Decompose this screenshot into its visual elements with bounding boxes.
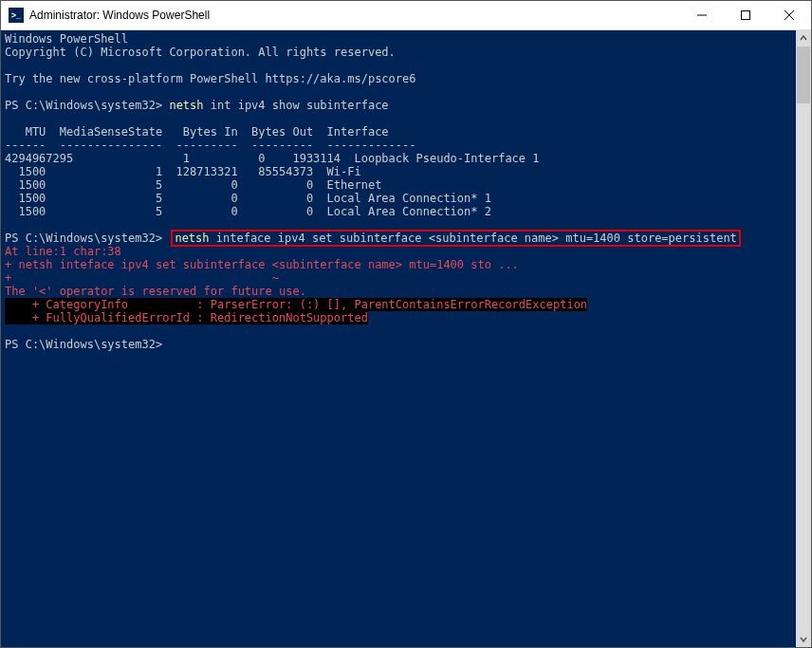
highlighted-command: netsh inteface ipv4 set subinterface <su… [171, 230, 740, 247]
svg-rect-1 [742, 11, 750, 20]
window-title: Administrator: Windows PowerShell [29, 9, 210, 22]
error-line-5: + CategoryInfo : ParserError: (:) [], Pa… [5, 298, 587, 311]
prompt-3: PS C:\Windows\system32> [5, 338, 162, 351]
titlebar[interactable]: >_ Administrator: Windows PowerShell [1, 1, 811, 30]
chevron-up-icon [800, 34, 807, 42]
scrollbar-thumb[interactable] [797, 46, 810, 103]
cmd2-args-c: mtu=1400 store=persistent [559, 231, 737, 245]
maximize-icon [741, 10, 750, 20]
cmd1-args: int ipv4 show subinterface [204, 99, 389, 112]
intro-line-2: Copyright (C) Microsoft Corporation. All… [5, 46, 396, 59]
table-divider: ------ --------------- --------- -------… [5, 139, 415, 152]
table-row: 1500 5 0 0 Local Area Connection* 1 [5, 192, 491, 205]
table-row: 4294967295 1 0 1933114 Loopback Pseudo-I… [5, 152, 540, 165]
error-line-3: + ~ [5, 271, 279, 285]
minimize-icon [697, 10, 707, 20]
vertical-scrollbar[interactable] [796, 30, 811, 647]
cmd2-exe: netsh [175, 231, 209, 245]
table-row: 1500 1 128713321 85554373 Wi-Fi [5, 165, 361, 178]
scroll-down-button[interactable] [796, 632, 811, 647]
terminal-text[interactable]: Windows PowerShell Copyright (C) Microso… [5, 32, 811, 351]
prompt-2: PS C:\Windows\system32> [5, 231, 162, 245]
cmd1-exe: netsh [169, 99, 203, 112]
maximize-button[interactable] [724, 1, 767, 29]
table-row: 1500 5 0 0 Ethernet [5, 178, 381, 192]
minimize-button[interactable] [680, 1, 724, 29]
powershell-window: >_ Administrator: Windows PowerShell Win… [0, 0, 812, 648]
prompt-1: PS C:\Windows\system32> [5, 99, 162, 112]
intro-line-3: Try the new cross-platform PowerShell ht… [5, 72, 415, 85]
cmd2-args-b: <subinterface name> [429, 231, 559, 245]
chevron-down-icon [800, 636, 807, 643]
powershell-app-icon: >_ [9, 8, 24, 23]
error-line-6: + FullyQualifiedErrorId : RedirectionNot… [5, 311, 368, 324]
intro-line-1: Windows PowerShell [5, 32, 128, 46]
scroll-up-button[interactable] [796, 30, 811, 46]
error-line-2: + netsh inteface ipv4 set subinterface <… [5, 258, 519, 271]
terminal-area[interactable]: Windows PowerShell Copyright (C) Microso… [1, 30, 811, 647]
close-icon [784, 10, 794, 20]
table-row: 1500 5 0 0 Local Area Connection* 2 [5, 205, 491, 218]
table-header: MTU MediaSenseState Bytes In Bytes Out I… [5, 125, 389, 139]
cmd2-args-a: inteface ipv4 set subinterface [210, 231, 429, 245]
error-line-1: At line:1 char:38 [5, 245, 121, 258]
close-button[interactable] [767, 1, 811, 29]
error-line-4: The '<' operator is reserved for future … [5, 285, 306, 298]
